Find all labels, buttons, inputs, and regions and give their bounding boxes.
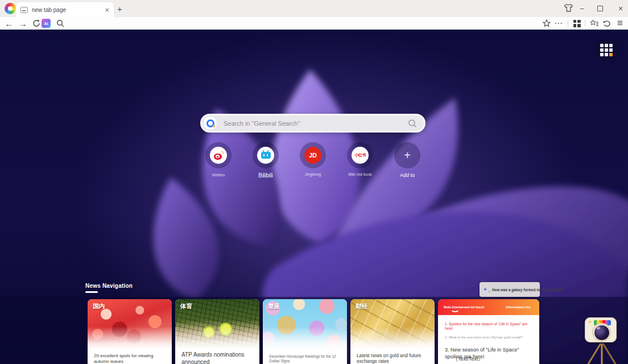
ai-sparkle-icon: ✦ ✦: [483, 286, 490, 293]
news-card-caption: ATP Awards nominations announced: [181, 351, 255, 364]
search-magnifier-icon[interactable]: [408, 119, 417, 128]
hot-list-item[interactable]: 2. What is the cost price of an Olympic …: [445, 336, 535, 340]
news-card-domestic[interactable]: 国内 20 excellent spots for viewing autumn…: [88, 299, 172, 364]
bilibili-icon: [257, 147, 274, 164]
add-plus-icon: +: [399, 147, 416, 164]
news-card-tag: 国内: [93, 303, 105, 311]
menu-button[interactable]: ≡: [614, 17, 626, 30]
news-card-tag: 体育: [180, 303, 192, 311]
search-input[interactable]: [224, 120, 408, 127]
jd-icon: JD: [304, 147, 321, 164]
center-search-bar[interactable]: [200, 114, 425, 133]
quicklink-label: Jingdong: [305, 172, 321, 176]
hot-list-card[interactable]: Weibo Entertainment Hot Search Informati…: [438, 299, 539, 364]
hot-list-item[interactable]: 1. Spoilers for the new season of "Life …: [445, 322, 535, 331]
address-search-icon[interactable]: [55, 17, 66, 30]
news-card-tag: 财经: [356, 303, 367, 311]
back-button[interactable]: ←: [3, 17, 15, 30]
news-card-tag: 星座: [268, 303, 280, 311]
maximize-button[interactable]: [597, 6, 603, 11]
wallpaper-app-launcher-button[interactable]: [593, 37, 619, 63]
theme-shirt-icon[interactable]: [564, 3, 573, 13]
quicklink-add[interactable]: + Add to: [389, 142, 425, 179]
forward-button[interactable]: →: [17, 17, 28, 30]
hot-list-header: Weibo Entertainment Hot Search Informati…: [438, 299, 539, 315]
browser-titlebar: new tab page × + – ×: [0, 0, 628, 17]
search-engine-logo-icon[interactable]: [204, 117, 217, 130]
new-tab-button[interactable]: +: [117, 4, 122, 14]
tab-title: new tab page: [32, 7, 105, 13]
app-launcher-grid-icon: [600, 44, 613, 56]
quicklink-label: Bilibili: [258, 172, 273, 179]
browser-tab[interactable]: new tab page ×: [16, 2, 114, 17]
news-navigation-title: News Navigation: [85, 283, 133, 289]
weibo-icon: [210, 147, 227, 164]
quicklink-label: Weibo: [212, 172, 225, 177]
quicklink-label: little red book: [348, 172, 372, 176]
news-card-caption: Latest news on gold and future exchange …: [357, 353, 430, 364]
minimize-button[interactable]: –: [578, 5, 586, 13]
ai-suggestion-tooltip[interactable]: ✦ ✦ How was a galaxy formed in the unive…: [480, 282, 540, 297]
quicklink-jingdong[interactable]: JD Jingdong: [295, 142, 331, 179]
tab-close-icon[interactable]: ×: [105, 6, 109, 14]
bookmark-star-icon[interactable]: [541, 17, 552, 30]
apps-grid-button[interactable]: [571, 17, 582, 30]
hot-tab-information[interactable]: Information list: [506, 305, 530, 309]
smile-arc-icon: [451, 308, 460, 312]
news-card-horoscope[interactable]: 星座 December Horoscope Rankings for the 1…: [263, 299, 347, 364]
camera-body-icon: [585, 317, 617, 342]
browser-logo-icon[interactable]: [5, 3, 16, 14]
close-window-button[interactable]: ×: [617, 4, 625, 13]
more-options-button[interactable]: ⋯: [553, 17, 564, 30]
camera-tripod-widget[interactable]: [581, 314, 627, 364]
xiaohongshu-icon: 小红书: [352, 147, 369, 164]
news-card-caption: 20 excellent spots for viewing autumn le…: [94, 353, 167, 364]
quicklink-bilibili[interactable]: Bilibili: [247, 142, 284, 179]
browser-toolbar: ← → AI ⋯ ≡: [0, 17, 628, 30]
news-card-finance[interactable]: 财经 Latest news on gold and future exchan…: [350, 299, 435, 364]
quick-links-row: Weibo Bilibili JD Jingdong 小红书 little re…: [200, 142, 425, 179]
undo-recently-closed-icon[interactable]: [601, 17, 613, 30]
camera-lens-icon: [592, 323, 611, 342]
quicklink-label: Add to: [400, 172, 415, 178]
reload-button[interactable]: [31, 17, 42, 30]
hot-list-item-subline: （Text/Text）: [453, 356, 535, 363]
hot-tab-entertainment[interactable]: Weibo Entertainment Hot Search: [444, 306, 484, 309]
favorites-list-icon[interactable]: [589, 17, 600, 30]
ai-suggestion-text: How was a galaxy formed in the universe?: [492, 288, 564, 292]
news-card-caption: December Horoscope Rankings for the 12 Z…: [269, 354, 342, 363]
newtab-favicon-icon: [20, 7, 28, 13]
news-navigation-underline: [85, 291, 98, 293]
news-card-sports[interactable]: 体育 ATP Awards nominations announced: [175, 299, 259, 364]
ai-assistant-button[interactable]: AI: [42, 19, 51, 28]
quicklink-littleredbook[interactable]: 小红书 little red book: [342, 142, 378, 179]
quicklink-weibo[interactable]: Weibo: [200, 142, 237, 179]
